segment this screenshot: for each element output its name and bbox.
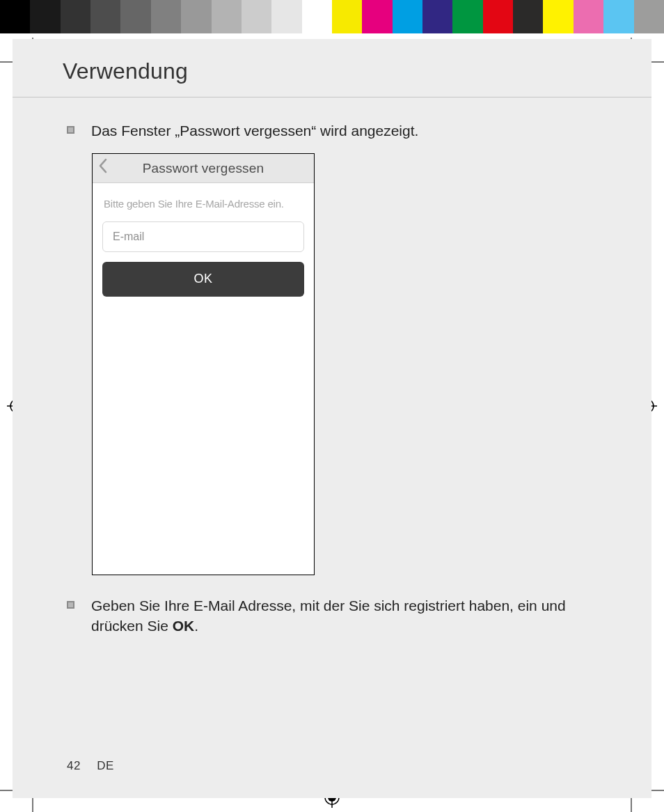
bullet-item: Geben Sie Ihre E-Mail Adresse, mit der S… — [67, 596, 589, 636]
bullet-text: Das Fenster „Passwort vergessen“ wird an… — [91, 121, 589, 141]
back-chevron-icon[interactable] — [98, 158, 108, 179]
phone-header: Passwort vergessen — [93, 154, 314, 183]
phone-screen-title: Passwort vergessen — [93, 159, 314, 178]
section-heading: Verwendung — [13, 39, 651, 97]
page: Verwendung Das Fenster „Passwort vergess… — [13, 39, 651, 798]
ok-button-label: OK — [193, 270, 212, 287]
page-number: 42 — [67, 759, 81, 772]
phone-screenshot: Passwort vergessen Bitte geben Sie Ihre … — [92, 153, 589, 575]
content-area: Das Fenster „Passwort vergessen“ wird an… — [13, 97, 651, 636]
email-field[interactable]: E-mail — [102, 221, 304, 252]
page-language: DE — [97, 759, 114, 772]
phone-instruction-text: Bitte geben Sie Ihre E-Mail-Adresse ein. — [104, 197, 304, 211]
bullet-square-icon — [67, 126, 74, 134]
ok-button[interactable]: OK — [102, 262, 304, 297]
page-footer: 42 DE — [67, 759, 114, 773]
bullet-square-icon — [67, 601, 74, 609]
bullet-text: Geben Sie Ihre E-Mail Adresse, mit der S… — [91, 596, 589, 636]
phone-body: Bitte geben Sie Ihre E-Mail-Adresse ein.… — [93, 183, 314, 296]
email-placeholder: E-mail — [113, 229, 144, 244]
bullet-item: Das Fenster „Passwort vergessen“ wird an… — [67, 121, 589, 141]
print-color-bars — [0, 0, 664, 33]
phone-frame: Passwort vergessen Bitte geben Sie Ihre … — [92, 153, 315, 575]
